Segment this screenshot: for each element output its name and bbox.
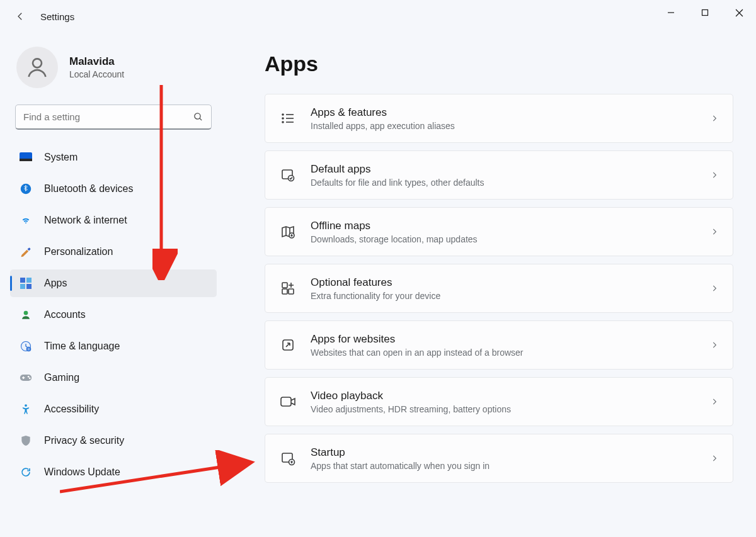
page-title: Apps	[265, 52, 733, 76]
svg-point-16	[28, 376, 30, 378]
card-text: Video playback Video adjustments, HDR st…	[311, 390, 710, 414]
arrow-left-icon	[14, 11, 26, 22]
monitor-icon	[19, 150, 33, 164]
svg-rect-29	[282, 289, 287, 294]
close-icon	[735, 9, 743, 17]
video-icon	[279, 393, 297, 410]
sidebar-item-privacy[interactable]: Privacy & security	[10, 427, 217, 455]
map-icon	[279, 223, 297, 240]
card-text: Offline maps Downloads, storage location…	[311, 220, 710, 244]
sidebar-item-label: Privacy & security	[44, 435, 124, 446]
card-subtitle: Apps that start automatically when you s…	[311, 461, 710, 471]
close-button[interactable]	[722, 0, 756, 25]
sidebar-item-accounts[interactable]: Accounts	[10, 301, 217, 329]
card-text: Apps & features Installed apps, app exec…	[311, 106, 710, 131]
sidebar-item-label: Gaming	[44, 372, 79, 383]
card-title: Optional features	[311, 276, 710, 289]
sidebar-item-personalization[interactable]: Personalization	[10, 238, 217, 266]
window-controls	[654, 0, 756, 25]
chevron-right-icon	[710, 114, 719, 123]
person-icon	[25, 55, 50, 80]
minimize-button[interactable]	[654, 0, 688, 25]
brush-icon	[19, 245, 33, 259]
search-input[interactable]	[23, 111, 193, 122]
svg-point-3	[195, 113, 200, 119]
card-subtitle: Defaults for file and link types, other …	[311, 178, 710, 188]
sidebar-item-label: Accessibility	[44, 404, 99, 415]
sidebar-item-label: Accounts	[44, 309, 86, 320]
settings-window: Settings Malavida Local Account	[0, 0, 756, 537]
update-icon	[19, 465, 33, 479]
sidebar-item-label: System	[44, 152, 77, 163]
svg-rect-8	[20, 278, 25, 283]
user-block[interactable]: Malavida Local Account	[10, 44, 217, 101]
card-title: Apps & features	[311, 106, 710, 119]
card-offline-maps[interactable]: Offline maps Downloads, storage location…	[265, 207, 733, 256]
chevron-right-icon	[710, 227, 719, 236]
svg-point-21	[282, 122, 284, 123]
nav-list: System Bluetooth & devices Network & int…	[10, 144, 217, 486]
svg-point-20	[282, 118, 284, 119]
card-subtitle: Websites that can open in an app instead…	[311, 348, 710, 358]
card-default-apps[interactable]: Default apps Defaults for file and link …	[265, 150, 733, 200]
sidebar-item-network[interactable]: Network & internet	[10, 206, 217, 234]
card-subtitle: Installed apps, app execution aliases	[311, 121, 710, 131]
card-apps-features[interactable]: Apps & features Installed apps, app exec…	[265, 94, 733, 143]
sidebar-item-apps[interactable]: Apps	[10, 269, 217, 297]
card-optional-features[interactable]: Optional features Extra functionality fo…	[265, 264, 733, 313]
sidebar-item-label: Windows Update	[44, 466, 120, 478]
avatar	[16, 47, 58, 88]
sidebar-item-label: Time & language	[44, 341, 120, 352]
sidebar-item-accessibility[interactable]: Accessibility	[10, 395, 217, 423]
svg-rect-1	[702, 10, 708, 16]
sidebar-item-system[interactable]: System	[10, 144, 217, 171]
card-title: Video playback	[311, 390, 710, 402]
minimize-icon	[667, 9, 675, 16]
app-title: Settings	[40, 11, 74, 22]
card-title: Apps for websites	[311, 333, 710, 346]
svg-point-7	[21, 184, 32, 195]
svg-rect-10	[20, 284, 25, 289]
sidebar-item-bluetooth[interactable]: Bluetooth & devices	[10, 175, 217, 203]
title-bar: Settings	[0, 0, 756, 33]
card-title: Offline maps	[311, 220, 710, 232]
svg-rect-32	[281, 397, 291, 406]
card-subtitle: Video adjustments, HDR streaming, batter…	[311, 404, 710, 414]
user-text: Malavida Local Account	[69, 55, 124, 79]
gamepad-icon	[19, 371, 33, 385]
sidebar-item-windows-update[interactable]: Windows Update	[10, 458, 217, 486]
card-apps-for-websites[interactable]: Apps for websites Websites that can open…	[265, 320, 733, 370]
svg-rect-11	[26, 284, 32, 289]
wifi-icon	[19, 213, 33, 227]
accounts-icon	[19, 308, 33, 322]
chevron-right-icon	[710, 454, 719, 463]
card-video-playback[interactable]: Video playback Video adjustments, HDR st…	[265, 377, 733, 426]
svg-line-4	[200, 118, 202, 120]
search-box[interactable]	[15, 105, 212, 130]
card-subtitle: Extra functionality for your device	[311, 291, 710, 301]
sidebar: Malavida Local Account System Bluetooth …	[0, 33, 227, 537]
card-title: Startup	[311, 446, 710, 459]
card-title: Default apps	[311, 163, 710, 176]
apps-icon	[19, 276, 33, 290]
maximize-icon	[701, 9, 709, 16]
card-text: Default apps Defaults for file and link …	[311, 163, 710, 188]
sidebar-item-gaming[interactable]: Gaming	[10, 364, 217, 392]
maximize-button[interactable]	[688, 0, 722, 25]
sidebar-item-time-language[interactable]: Time & language	[10, 332, 217, 360]
sidebar-item-label: Bluetooth & devices	[44, 183, 133, 195]
back-button[interactable]	[9, 5, 32, 28]
chevron-right-icon	[710, 171, 719, 179]
chevron-right-icon	[710, 341, 719, 349]
card-text: Startup Apps that start automatically wh…	[311, 446, 710, 471]
card-startup[interactable]: Startup Apps that start automatically wh…	[265, 434, 733, 483]
sidebar-item-label: Personalization	[44, 246, 113, 257]
sidebar-item-label: Apps	[44, 278, 67, 289]
chevron-right-icon	[710, 284, 719, 293]
svg-point-19	[282, 114, 284, 115]
startup-icon	[279, 449, 297, 467]
card-subtitle: Downloads, storage location, map updates	[311, 234, 710, 244]
svg-rect-30	[289, 289, 294, 294]
app-link-icon	[279, 336, 297, 354]
bluetooth-icon	[19, 182, 33, 196]
